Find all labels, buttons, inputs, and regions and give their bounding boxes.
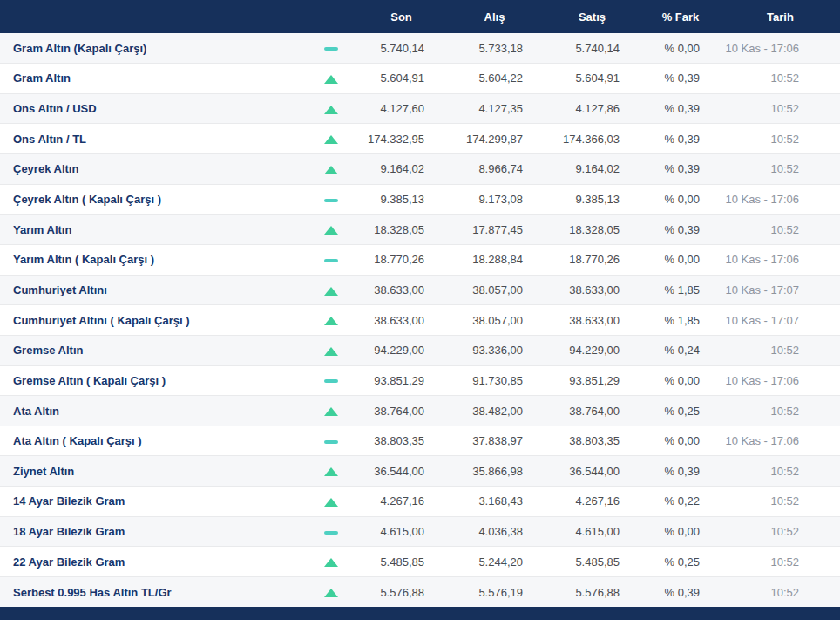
header-tarih: Tarih: [721, 0, 840, 33]
table-row[interactable]: Yarım Altın ( Kapalı Çarşı ) 18.770,26 1…: [0, 244, 840, 275]
instrument-name[interactable]: Ziynet Altın: [0, 456, 305, 487]
sell-price: 4.615,00: [544, 516, 640, 547]
update-time: 10 Kas - 17:06: [721, 184, 840, 215]
table-row[interactable]: Yarım Altın 18.328,05 17.877,45 18.328,0…: [0, 215, 840, 245]
sell-price: 18.328,05: [544, 215, 640, 245]
instrument-name[interactable]: Gremse Altın ( Kapalı Çarşı ): [0, 365, 305, 396]
update-time: 10:52: [721, 64, 840, 94]
table-row[interactable]: 18 Ayar Bilezik Gram 4.615,00 4.036,38 4…: [0, 516, 840, 547]
instrument-name[interactable]: Ons Altın / USD: [0, 93, 305, 124]
table-row[interactable]: Gram Altın (Kapalı Çarşı) 5.740,14 5.733…: [0, 33, 840, 64]
trend-up-icon: [324, 407, 338, 416]
table-row[interactable]: Ons Altın / TL 174.332,95 174.299,87 174…: [0, 124, 840, 154]
table-row[interactable]: Cumhuriyet Altını ( Kapalı Çarşı ) 38.63…: [0, 305, 840, 336]
update-time: 10:52: [721, 215, 840, 245]
change-percent: % 0,39: [640, 64, 721, 94]
buy-price: 93.336,00: [445, 335, 544, 365]
change-percent: % 0,39: [640, 93, 721, 124]
instrument-name[interactable]: 22 Ayar Bilezik Gram: [0, 547, 305, 577]
last-price: 38.633,00: [357, 275, 445, 305]
last-price: 4.267,16: [357, 487, 445, 517]
instrument-name[interactable]: Serbest 0.995 Has Altın TL/Gr: [0, 577, 305, 608]
update-time: 10:52: [721, 547, 840, 577]
sell-price: 5.485,85: [544, 547, 640, 577]
change-percent: % 0,39: [640, 456, 721, 487]
instrument-name[interactable]: Ata Altın: [0, 396, 305, 426]
instrument-name[interactable]: Ons Altın / TL: [0, 124, 305, 154]
sell-price: 36.544,00: [544, 456, 640, 487]
trend-up-icon: [324, 75, 338, 84]
buy-price: 5.604,22: [445, 64, 544, 94]
buy-price: 91.730,85: [445, 365, 544, 396]
trend-cell: [305, 547, 357, 577]
table-row[interactable]: Serbest 0.995 Has Altın TL/Gr 5.576,88 5…: [0, 577, 840, 608]
table-row[interactable]: Gremse Altın ( Kapalı Çarşı ) 93.851,29 …: [0, 365, 840, 396]
trend-cell: [305, 93, 357, 124]
update-time: 10:52: [721, 516, 840, 547]
last-price: 18.328,05: [357, 215, 445, 245]
last-price: 9.164,02: [357, 154, 445, 185]
instrument-name[interactable]: Çeyrek Altın ( Kapalı Çarşı ): [0, 184, 305, 215]
table-row[interactable]: Çeyrek Altın 9.164,02 8.966,74 9.164,02 …: [0, 154, 840, 185]
instrument-name[interactable]: Cumhuriyet Altını: [0, 275, 305, 305]
last-price: 38.764,00: [357, 396, 445, 426]
table-row[interactable]: 22 Ayar Bilezik Gram 5.485,85 5.244,20 5…: [0, 547, 840, 577]
instrument-name[interactable]: Gremse Altın: [0, 335, 305, 365]
buy-price: 4.127,35: [445, 93, 544, 124]
change-percent: % 0,22: [640, 487, 721, 517]
change-percent: % 0,00: [640, 426, 721, 456]
update-time: 10 Kas - 17:06: [721, 426, 840, 456]
trend-cell: [305, 516, 357, 547]
buy-price: 38.482,00: [445, 396, 544, 426]
change-percent: % 0,39: [640, 124, 721, 154]
table-row[interactable]: 14 Ayar Bilezik Gram 4.267,16 3.168,43 4…: [0, 487, 840, 517]
sell-price: 4.267,16: [544, 487, 640, 517]
table-header: Son Alış Satış % Fark Tarih: [0, 0, 840, 33]
sell-price: 9.164,02: [544, 154, 640, 185]
instrument-name[interactable]: Çeyrek Altın: [0, 154, 305, 185]
update-time: 10 Kas - 17:07: [721, 305, 840, 336]
instrument-name[interactable]: Gram Altın: [0, 64, 305, 94]
buy-price: 17.877,45: [445, 215, 544, 245]
buy-price: 35.866,98: [445, 456, 544, 487]
sell-price: 18.770,26: [544, 244, 640, 275]
trend-up-icon: [324, 589, 338, 597]
instrument-name[interactable]: Yarım Altın ( Kapalı Çarşı ): [0, 244, 305, 275]
sell-price: 5.740,14: [544, 33, 640, 64]
change-percent: % 1,85: [640, 305, 721, 336]
buy-price: 4.036,38: [445, 516, 544, 547]
header-son: Son: [357, 0, 445, 33]
table-row[interactable]: Ata Altın ( Kapalı Çarşı ) 38.803,35 37.…: [0, 426, 840, 456]
trend-flat-icon: [324, 259, 338, 262]
table-row[interactable]: Çeyrek Altın ( Kapalı Çarşı ) 9.385,13 9…: [0, 184, 840, 215]
table-row[interactable]: Ata Altın 38.764,00 38.482,00 38.764,00 …: [0, 396, 840, 426]
gold-table-body: Gram Altın (Kapalı Çarşı) 5.740,14 5.733…: [0, 33, 840, 607]
table-row[interactable]: Cumhuriyet Altını 38.633,00 38.057,00 38…: [0, 275, 840, 305]
table-row[interactable]: Gremse Altın 94.229,00 93.336,00 94.229,…: [0, 335, 840, 365]
table-row[interactable]: Ons Altın / USD 4.127,60 4.127,35 4.127,…: [0, 93, 840, 124]
instrument-name[interactable]: Cumhuriyet Altını ( Kapalı Çarşı ): [0, 305, 305, 336]
instrument-name[interactable]: Ata Altın ( Kapalı Çarşı ): [0, 426, 305, 456]
last-price: 5.485,85: [357, 547, 445, 577]
change-percent: % 0,25: [640, 547, 721, 577]
header-instrument: [0, 0, 305, 33]
trend-cell: [305, 456, 357, 487]
instrument-name[interactable]: Gram Altın (Kapalı Çarşı): [0, 33, 305, 64]
instrument-name[interactable]: Yarım Altın: [0, 215, 305, 245]
header-satis: Satış: [544, 0, 640, 33]
buy-price: 5.244,20: [445, 547, 544, 577]
trend-cell: [305, 184, 357, 215]
last-price: 4.615,00: [357, 516, 445, 547]
buy-price: 174.299,87: [445, 124, 544, 154]
table-row[interactable]: Gram Altın 5.604,91 5.604,22 5.604,91 % …: [0, 64, 840, 94]
trend-cell: [305, 577, 357, 608]
header-row: Son Alış Satış % Fark Tarih: [0, 0, 840, 33]
instrument-name[interactable]: 14 Ayar Bilezik Gram: [0, 487, 305, 517]
trend-cell: [305, 154, 357, 185]
trend-up-icon: [324, 135, 338, 144]
last-price: 94.229,00: [357, 335, 445, 365]
table-row[interactable]: Ziynet Altın 36.544,00 35.866,98 36.544,…: [0, 456, 840, 487]
update-time: 10:52: [721, 577, 840, 608]
instrument-name[interactable]: 18 Ayar Bilezik Gram: [0, 516, 305, 547]
update-time: 10:52: [721, 154, 840, 185]
